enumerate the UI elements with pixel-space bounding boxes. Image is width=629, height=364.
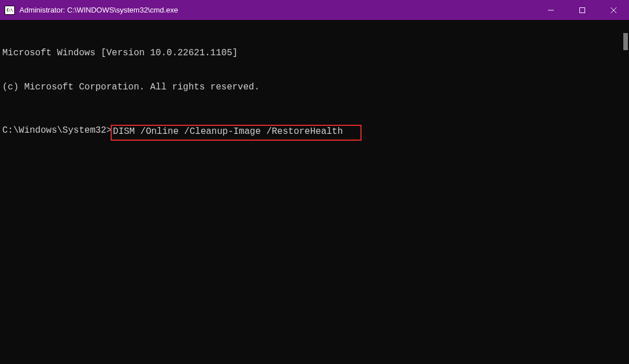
minimize-button[interactable] (535, 0, 566, 20)
window-titlebar[interactable]: Administrator: C:\WINDOWS\system32\cmd.e… (0, 0, 629, 20)
scrollbar-thumb[interactable] (623, 33, 628, 50)
cmd-icon (5, 6, 15, 15)
window-controls (535, 0, 629, 20)
copyright-line: (c) Microsoft Corporation. All rights re… (2, 81, 627, 93)
close-button[interactable] (598, 0, 629, 20)
maximize-icon (579, 7, 585, 13)
close-icon (611, 7, 616, 13)
minimize-icon (548, 7, 554, 13)
prompt-line: C:\Windows\System32>DISM /Online /Cleanu… (2, 125, 627, 141)
version-line: Microsoft Windows [Version 10.0.22621.11… (2, 47, 627, 59)
command-highlight-box: DISM /Online /Cleanup-Image /RestoreHeal… (111, 125, 362, 141)
svg-rect-1 (579, 7, 585, 13)
typed-command: DISM /Online /Cleanup-Image /RestoreHeal… (113, 126, 343, 137)
window-title: Administrator: C:\WINDOWS\system32\cmd.e… (19, 6, 535, 14)
command-prompt: C:\Windows\System32> (2, 125, 112, 141)
terminal-content[interactable]: Microsoft Windows [Version 10.0.22621.11… (0, 20, 629, 364)
maximize-button[interactable] (566, 0, 598, 20)
